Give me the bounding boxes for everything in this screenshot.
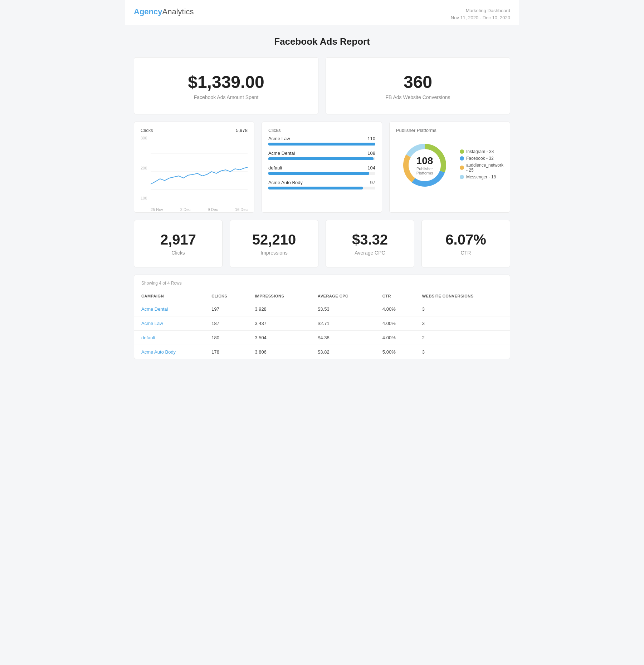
bar-label-0: Acme Law	[268, 136, 290, 141]
table-row-count: Showing 4 of 4 Rows	[134, 281, 510, 290]
cell-conversions-1: 3	[415, 316, 510, 331]
legend-dot-2	[460, 166, 464, 170]
bar-track-1	[268, 157, 375, 160]
campaign-link-0[interactable]: Acme Dental	[141, 306, 168, 312]
donut-chart-label: Publisher Platforms	[396, 128, 436, 133]
legend-label-1: Facebook - 32	[466, 156, 494, 161]
cell-ctr-2: 4.00%	[375, 331, 415, 345]
legend-item-3: Messenger - 18	[460, 174, 503, 179]
metric-label-conversions: FB Ads Website Conversions	[385, 94, 450, 100]
cell-conversions-2: 2	[415, 331, 510, 345]
report-title: Marketing Dashboard	[451, 7, 510, 14]
bar-label-1: Acme Dental	[268, 151, 295, 156]
metric-card-spend: $1,339.00 Facebook Ads Amount Spent	[134, 57, 318, 114]
legend-label-0: Instagram - 33	[466, 149, 494, 154]
cell-campaign-0[interactable]: Acme Dental	[134, 302, 204, 316]
stat-card-clicks: 2,917 Clicks	[134, 220, 223, 267]
bar-chart-card: Clicks Acme Law 110 Acme Dental 108 defa…	[262, 122, 382, 213]
cell-campaign-2[interactable]: default	[134, 331, 204, 345]
logo-agency: Agency	[134, 7, 162, 16]
cell-clicks-1: 187	[204, 316, 248, 331]
bar-chart-items: Acme Law 110 Acme Dental 108 default 104…	[268, 136, 375, 189]
cell-avg-cpc-3: $3.82	[311, 345, 375, 359]
table-row-1: Acme Law 187 3,437 $2.71 4.00% 3	[134, 316, 510, 331]
cell-impressions-3: 3,806	[248, 345, 311, 359]
bar-label-2: default	[268, 165, 282, 171]
campaign-link-3[interactable]: Acme Auto Body	[141, 349, 176, 355]
x-label-2: 2 Dec	[180, 207, 191, 212]
stat-card-ctr: 6.07% CTR	[421, 220, 510, 267]
logo-analytics: Analytics	[162, 7, 194, 16]
bar-track-2	[268, 172, 375, 175]
col-header-clicks: CLICKS	[204, 290, 248, 302]
cell-clicks-2: 180	[204, 331, 248, 345]
cell-clicks-0: 197	[204, 302, 248, 316]
x-label-4: 16 Dec	[235, 207, 248, 212]
date-range: Nov 11, 2020 - Dec 10, 2020	[451, 14, 510, 21]
cell-clicks-3: 178	[204, 345, 248, 359]
bar-fill-3	[268, 187, 363, 189]
stat-value-cpc: $3.32	[352, 232, 388, 248]
donut-center-value: 108	[410, 155, 439, 167]
bar-value-0: 110	[367, 136, 375, 141]
cell-ctr-0: 4.00%	[375, 302, 415, 316]
campaign-link-2[interactable]: default	[141, 335, 155, 340]
stat-cards-row: 2,917 Clicks 52,210 Impressions $3.32 Av…	[134, 220, 510, 267]
cell-impressions-0: 3,928	[248, 302, 311, 316]
table-row-0: Acme Dental 197 3,928 $3.53 4.00% 3	[134, 302, 510, 316]
bar-value-2: 104	[367, 165, 375, 171]
bar-item-1: Acme Dental 108	[268, 151, 375, 160]
donut-chart-header: Publisher Platforms	[396, 128, 503, 133]
line-chart-total: 5,978	[236, 128, 248, 133]
legend-dot-1	[460, 156, 464, 161]
legend-item-0: Instagram - 33	[460, 149, 503, 154]
page-title: Facebook Ads Report	[125, 25, 519, 57]
metric-label-spend: Facebook Ads Amount Spent	[194, 94, 259, 100]
x-label-1: 25 Nov	[151, 207, 163, 212]
bar-item-0: Acme Law 110	[268, 136, 375, 146]
donut-legend: Instagram - 33Facebook - 32auddience_net…	[460, 149, 503, 181]
bar-chart-label: Clicks	[268, 128, 281, 133]
line-chart-card: Clicks 5,978 100 200 300 25	[134, 122, 254, 213]
bar-chart-header: Clicks	[268, 128, 375, 133]
stat-card-impressions: 52,210 Impressions	[230, 220, 318, 267]
stat-card-cpc: $3.32 Average CPC	[326, 220, 414, 267]
header-meta: Marketing Dashboard Nov 11, 2020 - Dec 1…	[451, 7, 510, 21]
bar-value-1: 108	[367, 151, 375, 156]
stat-label-impressions: Impressions	[260, 250, 287, 256]
cell-campaign-1[interactable]: Acme Law	[134, 316, 204, 331]
bar-item-3: Acme Auto Body 97	[268, 180, 375, 189]
header: AgencyAnalytics Marketing Dashboard Nov …	[125, 0, 519, 25]
stat-label-cpc: Average CPC	[355, 250, 385, 256]
cell-avg-cpc-1: $2.71	[311, 316, 375, 331]
logo: AgencyAnalytics	[134, 7, 194, 16]
table-row-2: default 180 3,504 $4.38 4.00% 2	[134, 331, 510, 345]
donut-svg-wrap: 108 Publisher Platforms	[396, 137, 453, 194]
table-header-row: CAMPAIGN CLICKS IMPRESSIONS AVERAGE CPC …	[134, 290, 510, 302]
line-chart-label: Clicks	[141, 128, 153, 133]
cell-campaign-3[interactable]: Acme Auto Body	[134, 345, 204, 359]
campaign-link-1[interactable]: Acme Law	[141, 321, 163, 326]
table-row-3: Acme Auto Body 178 3,806 $3.82 5.00% 3	[134, 345, 510, 359]
metric-card-conversions: 360 FB Ads Website Conversions	[326, 57, 510, 114]
stat-value-impressions: 52,210	[252, 232, 296, 248]
cell-avg-cpc-2: $4.38	[311, 331, 375, 345]
x-label-3: 9 Dec	[208, 207, 218, 212]
bar-fill-2	[268, 172, 370, 175]
col-header-conversions: WEBSITE CONVERSIONS	[415, 290, 510, 302]
bar-fill-0	[268, 143, 375, 146]
col-header-impressions: IMPRESSIONS	[248, 290, 311, 302]
legend-item-2: auddience_network - 25	[460, 163, 503, 173]
donut-center-label: Publisher Platforms	[410, 167, 439, 175]
cell-impressions-1: 3,437	[248, 316, 311, 331]
line-chart-area: 100 200 300 25 Nov 2 Dec 9 Dec 16 Dec	[141, 136, 248, 207]
table-body: Acme Dental 197 3,928 $3.53 4.00% 3 Acme…	[134, 302, 510, 359]
bar-label-3: Acme Auto Body	[268, 180, 303, 185]
bar-item-2: default 104	[268, 165, 375, 175]
line-chart-header: Clicks 5,978	[141, 128, 248, 133]
legend-dot-3	[460, 175, 464, 179]
donut-wrap: 108 Publisher Platforms Instagram - 33Fa…	[396, 137, 503, 194]
bar-track-0	[268, 143, 375, 146]
top-metrics-row: $1,339.00 Facebook Ads Amount Spent 360 …	[134, 57, 510, 114]
donut-chart-card: Publisher Platforms 108 Publisher Platfo…	[389, 122, 510, 213]
